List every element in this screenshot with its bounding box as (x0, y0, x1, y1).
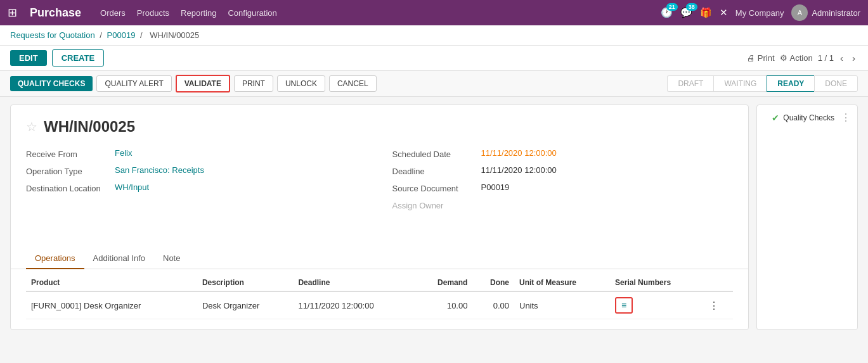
status-ready: READY (767, 75, 814, 92)
tabs: Operations Additional Info Note (11, 248, 748, 269)
field-operation-type: Operation Type San Francisco: Receipts (26, 165, 367, 176)
col-product: Product (26, 274, 197, 291)
list-icon: ≡ (621, 300, 626, 310)
field-scheduled-date: Scheduled Date 11/11/2020 12:00:00 (392, 148, 734, 159)
cell-row-menu: ⋮ (704, 291, 733, 319)
toolbar: QUALITY CHECKS QUALITY ALERT VALIDATE PR… (0, 71, 868, 97)
app-brand: Purchase (30, 6, 81, 20)
field-receive-from: Receive From Felix (26, 148, 367, 159)
col-done: Done (472, 274, 514, 291)
tab-operations[interactable]: Operations (26, 248, 84, 269)
menu-reporting[interactable]: Reporting (181, 8, 216, 18)
breadcrumb-po[interactable]: P00019 (107, 30, 136, 40)
field-assign-owner: Assign Owner (392, 200, 734, 210)
tab-note[interactable]: Note (154, 248, 189, 269)
print-action[interactable]: 🖨 Print (747, 53, 775, 63)
favorite-star[interactable]: ☆ (26, 119, 37, 134)
action-bar: EDIT CREATE 🖨 Print ⚙ Action 1 / 1 ‹ › (0, 46, 868, 71)
create-button[interactable]: CREATE (52, 49, 104, 67)
quality-checks-button[interactable]: QUALITY CHECKS (10, 76, 93, 91)
form-col-right: Scheduled Date 11/11/2020 12:00:00 Deadl… (392, 148, 734, 217)
quality-checks-label[interactable]: Quality Checks (783, 113, 834, 122)
pager-prev[interactable]: ‹ (838, 51, 846, 65)
breadcrumb-current: WH/IN/00025 (150, 30, 199, 40)
breadcrumb: Requests for Quotation / P00019 / WH/IN/… (0, 25, 868, 46)
gear-icon: ⚙ (780, 53, 787, 63)
chat-icon[interactable]: 💬 38 (680, 7, 692, 18)
cell-serial: ≡ (610, 291, 704, 319)
form-fields: Receive From Felix Operation Type San Fr… (26, 148, 733, 217)
status-bar: DRAFT WAITING READY DONE (667, 75, 858, 92)
top-menu: Orders Products Reporting Configuration (100, 8, 277, 18)
print-button[interactable]: PRINT (234, 75, 273, 92)
field-source-doc: Source Document P00019 (392, 182, 734, 193)
quality-checks-panel: ✔ Quality Checks ⋮ (756, 105, 858, 330)
clock-icon[interactable]: 🕐 21 (661, 7, 673, 18)
unlock-button[interactable]: UNLOCK (277, 75, 325, 92)
validate-button[interactable]: VALIDATE (176, 75, 230, 92)
col-menu (704, 274, 733, 291)
row-menu-icon[interactable]: ⋮ (709, 300, 719, 311)
main-content: ☆ WH/IN/00025 Receive From Felix Operati… (0, 97, 868, 338)
menu-orders[interactable]: Orders (100, 8, 126, 18)
quality-panel-header: ✔ Quality Checks ⋮ (763, 111, 851, 124)
top-navigation: ⊞ Purchase Orders Products Reporting Con… (0, 0, 868, 25)
col-uom: Unit of Measure (514, 274, 610, 291)
tab-additional-info[interactable]: Additional Info (84, 248, 154, 269)
cancel-button[interactable]: CANCEL (329, 75, 377, 92)
checkmark-icon: ✔ (772, 113, 779, 123)
serial-numbers-button[interactable]: ≡ (615, 297, 633, 314)
close-icon[interactable]: ✕ (720, 7, 728, 18)
form-panel: ☆ WH/IN/00025 Receive From Felix Operati… (10, 105, 749, 330)
quality-panel-menu[interactable]: ⋮ (841, 111, 851, 124)
user-name: Administrator (812, 8, 860, 18)
user-avatar: A (791, 4, 808, 21)
operations-table-section: Product Description Deadline Demand Done… (11, 274, 748, 329)
field-deadline: Deadline 11/11/2020 12:00:00 (392, 165, 734, 176)
gift-icon[interactable]: 🎁 (700, 7, 712, 18)
col-description: Description (197, 274, 294, 291)
operations-table: Product Description Deadline Demand Done… (26, 274, 733, 319)
print-icon: 🖨 (747, 53, 755, 63)
breadcrumb-rfq[interactable]: Requests for Quotation (10, 30, 95, 40)
col-deadline: Deadline (293, 274, 415, 291)
user-menu[interactable]: A Administrator (791, 4, 860, 21)
form-col-left: Receive From Felix Operation Type San Fr… (26, 148, 367, 217)
cell-demand: 10.00 (415, 291, 472, 319)
field-destination: Destination Location WH/Input (26, 182, 367, 193)
cell-product: [FURN_0001] Desk Organizer (26, 291, 197, 319)
status-draft: DRAFT (667, 75, 713, 92)
company-name: My Company (735, 8, 784, 18)
topnav-right: 🕐 21 💬 38 🎁 ✕ My Company A Administrator (661, 4, 860, 21)
pager: 1 / 1 ‹ › (818, 51, 858, 65)
form-title: WH/IN/00025 (44, 118, 135, 136)
cell-done: 0.00 (472, 291, 514, 319)
form-content: ☆ WH/IN/00025 Receive From Felix Operati… (11, 105, 748, 242)
form-title-row: ☆ WH/IN/00025 (26, 118, 733, 136)
action-dropdown[interactable]: ⚙ Action (780, 53, 813, 63)
table-row: [FURN_0001] Desk Organizer Desk Organize… (26, 291, 733, 319)
status-done: DONE (814, 75, 858, 92)
apps-icon[interactable]: ⊞ (8, 6, 17, 20)
menu-configuration[interactable]: Configuration (228, 8, 276, 18)
cell-uom: Units (514, 291, 610, 319)
col-demand: Demand (415, 274, 472, 291)
edit-button[interactable]: EDIT (10, 50, 47, 66)
menu-products[interactable]: Products (137, 8, 169, 18)
pager-next[interactable]: › (850, 51, 858, 65)
status-waiting: WAITING (713, 75, 767, 92)
cell-deadline: 11/11/2020 12:00:00 (293, 291, 415, 319)
cell-description: Desk Organizer (197, 291, 294, 319)
quality-alert-button[interactable]: QUALITY ALERT (96, 75, 171, 92)
col-serial: Serial Numbers (610, 274, 704, 291)
